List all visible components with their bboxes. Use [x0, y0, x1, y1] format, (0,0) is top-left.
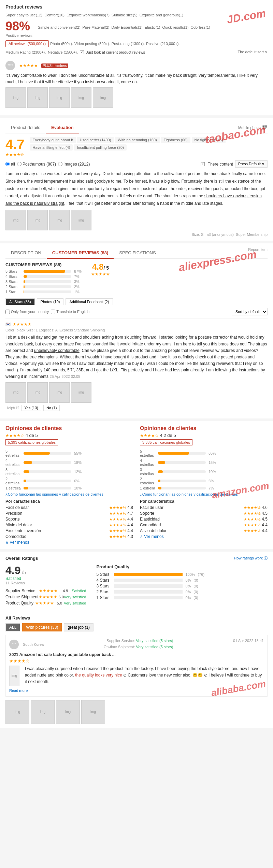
there-content-checkbox[interactable] — [201, 162, 205, 166]
alibaba-thumb-3: img — [56, 700, 80, 724]
az-bar-5-col2[interactable]: 5 estrellas 65% — [140, 449, 268, 457]
az-fill-4-col1 — [24, 461, 32, 464]
only-country-label[interactable]: Only from your country — [5, 310, 49, 314]
amazon-col1-stars: ★★★★☆ — [5, 433, 24, 438]
reviewer-info-row: *** South Korea — [9, 639, 44, 650]
supplier-service-val: Very satisfied (5 stars) — [136, 639, 173, 643]
medium-rating[interactable]: Medium Rating (2300+). — [5, 50, 46, 54]
tag-6[interactable]: Simple and convenient(2) — [38, 25, 81, 29]
helpful-yes[interactable]: Yes (13) — [21, 405, 41, 411]
pq-label-1: 1 Stars — [96, 595, 112, 600]
amazon-col1-ver-menos[interactable]: ∧ Ver menos — [5, 540, 133, 545]
filter-video[interactable]: Video posting (500+). — [74, 42, 110, 46]
ae-rating-number: 4.8/ 5 — [91, 262, 110, 272]
ae-tab-desc[interactable]: DESCRIPTION — [5, 247, 47, 258]
helpful-no[interactable]: No (1) — [43, 405, 60, 411]
translate-checkbox[interactable] — [51, 310, 55, 314]
default-sort[interactable]: The default sort ∨ — [238, 50, 268, 54]
ae-pct-5: 87% — [74, 269, 84, 273]
az-bar-4-col1[interactable]: 4 estrellas 18% — [5, 458, 133, 467]
az-bar-3-col2[interactable]: 3 estrellas 10% — [140, 468, 268, 476]
filter-post[interactable]: Post-rating (1300+). — [112, 42, 145, 46]
how-ratings[interactable]: How ratings work ⓘ — [234, 556, 268, 561]
ae-fill-2 — [24, 285, 25, 288]
tag-7[interactable]: Pure Material(2) — [83, 25, 110, 29]
az-track-3-col1 — [24, 470, 71, 473]
az-fill-5-col2 — [158, 452, 189, 455]
filter-all-reviews[interactable]: All reviews (500,000+) — [5, 40, 49, 47]
score-label-0[interactable]: Everybody quite about it — [30, 137, 76, 143]
score-label-2[interactable]: With no hemming (169) — [115, 137, 159, 143]
tag-11[interactable]: Odorless(1) — [190, 25, 210, 29]
score-label-5[interactable]: Have a lifting effect (4) — [30, 144, 73, 151]
service-label-1: On-time Shipment — [5, 595, 39, 599]
overall-rating-number: 4.9 — [5, 564, 20, 577]
az-pct-3-col2: 10% — [209, 470, 219, 474]
alibaba-thumb-2: img — [31, 700, 55, 724]
filter-positive[interactable]: Positive (210,000+). — [146, 42, 179, 46]
filter-all-tag[interactable]: ALL — [5, 623, 20, 631]
ae-rating-summary: CUSTOMER REVIEWS (88) 5 Stars 87% 4 Star… — [5, 262, 84, 295]
tag-8[interactable]: Daily Essentials(1) — [111, 25, 142, 29]
tab-product-details[interactable]: Product details — [5, 122, 46, 133]
translate-label[interactable]: Translate to English — [51, 310, 89, 314]
tag-4[interactable]: Suitable size(5) — [112, 13, 138, 17]
amazon-col1-badge[interactable]: 5,393 calificaciones globales — [5, 439, 58, 445]
overall-satisfied: Satisfied — [5, 576, 86, 581]
az-bar-1-col1[interactable]: 1 estrella 10% — [5, 486, 133, 490]
az-bar-2-col1[interactable]: 2 estrellas 6% — [5, 477, 133, 485]
ae-tab-specs[interactable]: SPECIFICATIONS — [114, 247, 161, 258]
tag-9[interactable]: Elastic(1) — [145, 25, 160, 29]
tag-5[interactable]: Exquisite and generous(1) — [140, 13, 183, 17]
score-label-1[interactable]: Used better (1400) — [77, 137, 114, 143]
feature-label-3: Alivio del dolor — [5, 523, 32, 527]
az-bar-3-col1[interactable]: 3 estrellas 12% — [5, 468, 133, 476]
amazon-col2-badge[interactable]: 3,385 calificaciones globales — [140, 439, 192, 445]
feature-rating-c2-2: ★★★★½4.5 — [244, 517, 268, 522]
review-img-4: img — [71, 87, 91, 108]
just-look-checkbox[interactable] — [80, 50, 84, 54]
amazon-col1-features: Fácil de usar ★★★★½4.8 Precisión ★★★★½4.… — [5, 505, 133, 539]
radio-posthumous[interactable]: Posthumous (807) — [17, 162, 56, 167]
tag-10[interactable]: Quick results(1) — [162, 25, 188, 29]
ae-filter-photos[interactable]: Photos (10) — [37, 298, 64, 305]
filter-pictures-tag[interactable]: With pictures (33) — [22, 623, 62, 631]
review-date: 01 Apr 2022 18:41 — [233, 639, 264, 650]
tag-1[interactable]: Super easy to use(12) — [5, 13, 42, 17]
jd-positive-label: Positive reviews — [5, 33, 32, 38]
ae-bar-5: 5 Stars 87% — [5, 269, 84, 273]
az-pct-4-col2: 15% — [209, 460, 219, 465]
press-default-btn[interactable]: Press Default ∨ — [235, 160, 268, 168]
filter-photo[interactable]: Photo (500+). — [50, 42, 73, 46]
taobao-img-3: img — [49, 210, 70, 230]
az-fill-1-col2 — [158, 487, 161, 489]
pq-fill-5 — [114, 573, 183, 576]
amazon-col1-features-title: Por característica — [5, 499, 133, 504]
ae-tab-reviews[interactable]: CUSTOMER REVIEWS (88) — [47, 247, 114, 259]
radio-images[interactable]: Images (2912) — [58, 162, 90, 167]
amazon-col2-ver-menos[interactable]: ∧ Ver menos — [140, 534, 268, 539]
tag-3[interactable]: Exquisite workmanship(7) — [67, 13, 110, 17]
ae-filter-all[interactable]: All Stars (88) — [5, 298, 35, 305]
az-bar-4-col2[interactable]: 4 estrellas 15% — [140, 458, 268, 467]
filter-greatjob-tag[interactable]: great job (1) — [64, 623, 94, 631]
tag-2[interactable]: Comfort(10) — [44, 13, 64, 17]
feature-row-0: Fácil de usar ★★★★½4.8 — [5, 505, 133, 510]
score-label-6[interactable]: Insufficient pulling force (20) — [74, 144, 126, 151]
all-reviews-section: All Reviews ALL With pictures (33) great… — [5, 611, 268, 724]
service-score-1: 5.0 — [59, 595, 64, 599]
ae-filter-additional[interactable]: Additional Feedback (2) — [66, 298, 113, 305]
az-bar-5-col1[interactable]: 5 estrellas 55% — [5, 449, 133, 457]
score-label-3[interactable]: Tightness (66) — [161, 137, 190, 143]
radio-all[interactable]: all — [5, 162, 15, 167]
read-more-link[interactable]: Read more — [9, 688, 28, 693]
tab-evaluation[interactable]: Evaluation — [46, 122, 79, 133]
pq-track-5 — [114, 573, 183, 576]
jd-second-filter-row: Medium Rating (2300+). Negative (1500+).… — [5, 50, 268, 54]
pq-label-2: 2 Stars — [96, 589, 112, 594]
pq-pct-1: 0% — [185, 596, 191, 600]
alibaba-review-img: img — [9, 666, 19, 686]
only-country-checkbox[interactable] — [5, 310, 10, 314]
amazon-col1-como[interactable]: ¿Cómo funcionan las opiniones y califica… — [5, 492, 133, 496]
negative[interactable]: Negative (1500+). — [48, 50, 78, 54]
